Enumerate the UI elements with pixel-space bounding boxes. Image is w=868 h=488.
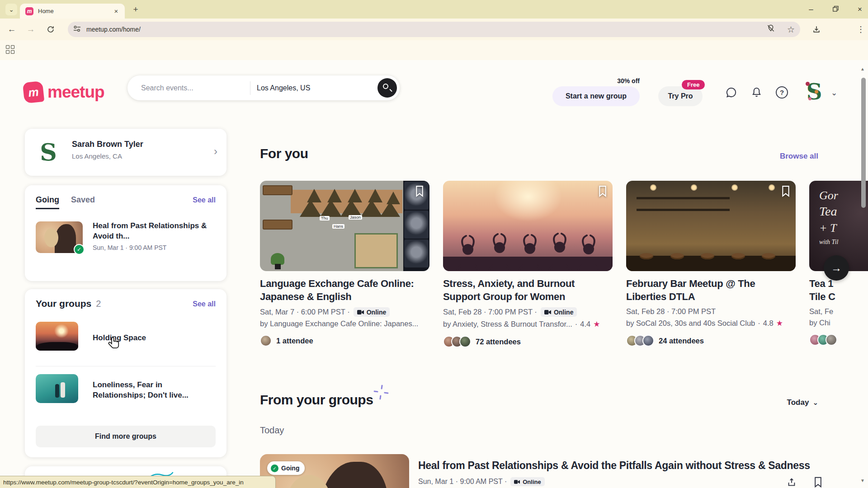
help-icon[interactable]: ?	[776, 86, 789, 100]
star-icon: ★	[776, 319, 783, 328]
meetup-home-page: m meetup 30% off Start a new group Try P…	[0, 60, 868, 488]
group-item-loneliness[interactable]: Loneliness, Fear in Relationships; Don't…	[36, 374, 217, 406]
notifications-icon[interactable]	[750, 86, 764, 100]
scroll-down-icon[interactable]: ▼	[860, 478, 865, 483]
tab-title: Home	[38, 8, 112, 14]
groups-count: 2	[96, 299, 101, 309]
promo-label: 30% off	[583, 77, 640, 84]
chevron-down-icon: ⌄	[812, 399, 818, 407]
event-host: by Language Exchange Cafe Online: Japane…	[260, 319, 418, 328]
share-icon[interactable]	[787, 477, 797, 488]
browser-tab-strip: ⌄ m Home × + – ×	[0, 0, 868, 19]
online-badge: Online	[354, 307, 390, 317]
meetup-logo[interactable]: m meetup	[24, 82, 104, 103]
close-window-icon[interactable]: ×	[855, 5, 864, 14]
for-you-heading: For you	[260, 146, 308, 161]
my-events-card: Going Saved See all ✓ Heal from Past Rel…	[25, 185, 226, 281]
online-badge: Online	[541, 307, 577, 317]
divider	[36, 366, 216, 366]
window-controls: – ×	[807, 0, 864, 19]
event-card-stress-support[interactable]: Stress, Anxiety, and Burnout Support Gro…	[443, 181, 613, 347]
group-item-holding-space[interactable]: Holding Space	[36, 322, 217, 353]
search-button[interactable]	[377, 78, 397, 98]
carousel-next-button[interactable]: →	[824, 255, 849, 281]
arrow-right-icon: →	[831, 262, 842, 274]
from-groups-heading: From your groups	[260, 392, 373, 408]
groups-see-all-link[interactable]: See all	[193, 300, 216, 308]
star-icon: ★	[593, 319, 600, 329]
day-section-label: Today	[260, 425, 284, 436]
event-title: Language Exchange Cafe Online: Japanese …	[260, 277, 429, 303]
group-thumbnail	[36, 374, 78, 403]
messages-icon[interactable]	[725, 86, 739, 100]
try-pro-button[interactable]: Try Pro Free	[658, 86, 703, 106]
meetup-favicon-icon: m	[25, 7, 33, 15]
minimize-icon[interactable]: –	[807, 5, 816, 14]
find-more-groups-button[interactable]: Find more groups	[36, 426, 216, 447]
back-button[interactable]: ←	[5, 19, 19, 40]
tab-saved[interactable]: Saved	[71, 195, 95, 209]
search-input[interactable]	[141, 84, 247, 92]
reload-button[interactable]	[43, 19, 58, 40]
avatar-name-tag: Thu	[320, 216, 330, 221]
meetup-wordmark: meetup	[47, 83, 104, 102]
start-group-button[interactable]: Start a new group	[552, 86, 640, 106]
avatar-chevron-down-icon[interactable]: ⌄	[831, 88, 837, 98]
bookmark-icon[interactable]	[598, 185, 607, 199]
url-text: meetup.com/home/	[86, 26, 766, 33]
new-tab-button[interactable]: +	[130, 4, 141, 15]
profile-card[interactable]: S Sarah Brown Tyler Los Angeles, CA ›	[25, 129, 226, 176]
event-host: by Chi	[809, 319, 830, 327]
going-badge: ✓ Going	[267, 461, 305, 475]
event-title: Heal from Past Relationships & Avoid the…	[418, 460, 818, 472]
event-card-bar-meetup[interactable]: February Bar Meetup @ The Liberties DTLA…	[626, 181, 796, 347]
tab-close-icon[interactable]: ×	[112, 7, 120, 15]
bookmark-star-icon[interactable]: ☆	[787, 24, 795, 35]
check-icon: ✓	[271, 465, 278, 472]
browse-all-link[interactable]: Browse all	[780, 152, 818, 161]
event-card-language-exchange[interactable]: Thu Jason Hans Language Exchange Cafe On…	[260, 181, 429, 347]
event-date: Sat, Fe	[809, 307, 833, 316]
day-filter-dropdown[interactable]: Today ⌄	[787, 398, 818, 407]
sparkle-icon	[373, 385, 389, 400]
bookmarks-bar	[0, 40, 868, 60]
your-groups-card: Your groups2 See all Holding Space Lonel…	[25, 289, 226, 457]
profile-avatar: S	[36, 140, 61, 165]
event-date: Sat, Mar 7 · 6:00 PM PST ·	[260, 308, 350, 316]
bookmark-icon[interactable]	[781, 185, 790, 199]
scrollbar-thumb[interactable]	[861, 78, 866, 208]
location-input[interactable]	[257, 84, 347, 92]
user-avatar[interactable]: S	[803, 80, 826, 103]
site-settings-icon[interactable]	[73, 25, 81, 34]
event-host: by Anxiety, Stress & Burnout Transfor...	[443, 320, 572, 328]
event-rating: 4.4	[580, 320, 590, 328]
scroll-up-icon[interactable]: ▲	[860, 66, 865, 71]
avatar-name-tag: Jason	[349, 215, 362, 220]
browser-toolbar: ← → meetup.com/home/ ☆ S ⋮	[0, 19, 868, 40]
event-image: ✓ Going	[260, 454, 409, 488]
video-camera-icon	[544, 310, 551, 315]
events-see-all-link[interactable]: See all	[193, 196, 216, 204]
attendee-avatars	[626, 335, 651, 347]
apps-grid-icon[interactable]	[6, 45, 15, 54]
restore-icon[interactable]	[831, 5, 840, 14]
save-bookmark-icon[interactable]	[814, 477, 822, 488]
page-scrollbar[interactable]: ▲ ▼	[860, 60, 867, 488]
event-title: Stress, Anxiety, and Burnout Support Gro…	[443, 277, 613, 303]
browser-menu-icon[interactable]: ⋮	[854, 19, 868, 40]
url-bar[interactable]: meetup.com/home/ ☆	[68, 22, 800, 37]
forward-button[interactable]: →	[24, 19, 38, 40]
tab-search-button[interactable]: ⌄	[5, 4, 17, 15]
bookmark-icon[interactable]	[415, 185, 424, 199]
event-date: Sun, Mar 1 · 9:00 AM PST ·	[418, 478, 507, 486]
online-badge: Online	[510, 477, 544, 486]
tab-going[interactable]: Going	[36, 195, 59, 209]
browser-tab[interactable]: m Home ×	[20, 4, 125, 19]
event-title: Heal from Past Relationships & Avoid th.…	[93, 221, 215, 241]
download-icon[interactable]	[809, 19, 824, 40]
group-event-card[interactable]: ✓ Going Heal from Past Relationships & A…	[260, 454, 818, 486]
attendee-count: 1 attendee	[276, 337, 313, 345]
status-url: https://www.meetup.com/meetup-group-tcsc…	[3, 479, 244, 486]
location-blocked-icon[interactable]	[766, 24, 775, 35]
attendee-avatars	[809, 334, 834, 346]
